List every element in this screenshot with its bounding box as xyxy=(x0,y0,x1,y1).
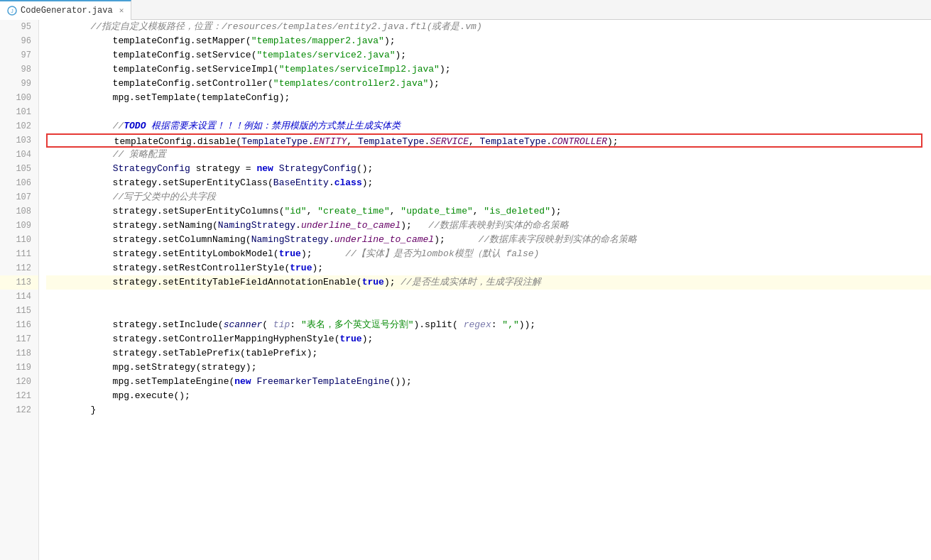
line-num-97: 97 xyxy=(0,48,38,62)
code-line-105: StrategyConfig strategy = new StrategyCo… xyxy=(46,162,931,176)
code-line-99: templateConfig.setController("templates/… xyxy=(46,77,931,91)
code-line-115 xyxy=(46,304,931,318)
code-line-98: templateConfig.setServiceImpl("templates… xyxy=(46,62,931,77)
code-line-108: strategy.setSuperEntityColumns("id", "cr… xyxy=(46,204,931,219)
line-numbers: 95 96 97 98 99 100 101 102 103 104 105 1… xyxy=(0,20,39,560)
code-line-106: strategy.setSuperEntityClass(BaseEntity.… xyxy=(46,176,931,190)
code-line-97: templateConfig.setService("templates/ser… xyxy=(46,48,931,62)
line-num-102: 102 xyxy=(0,119,38,133)
line-num-111: 111 xyxy=(0,247,38,261)
line-num-110: 110 xyxy=(0,233,38,247)
tab-bar: J CodeGenerator.java ✕ xyxy=(0,0,931,20)
java-icon: J xyxy=(7,6,17,16)
code-line-112: strategy.setRestControllerStyle(true); xyxy=(46,261,931,275)
line-num-119: 119 xyxy=(0,361,38,375)
line-num-101: 101 xyxy=(0,105,38,119)
close-icon[interactable]: ✕ xyxy=(119,6,124,15)
code-line-100: mpg.setTemplate(templateConfig); xyxy=(46,91,931,105)
code-line-114 xyxy=(46,290,931,304)
code-line-111: strategy.setEntityLombokModel(true); //【… xyxy=(46,247,931,261)
code-line-103: templateConfig.disable(TemplateType.ENTI… xyxy=(46,133,922,148)
line-num-109: 109 xyxy=(0,219,38,233)
line-num-103: 103 xyxy=(0,133,38,148)
line-num-120: 120 xyxy=(0,375,38,389)
editor-container: 95 96 97 98 99 100 101 102 103 104 105 1… xyxy=(0,20,931,560)
tab-label: CodeGenerator.java xyxy=(21,6,113,16)
line-num-122: 122 xyxy=(0,403,38,417)
code-line-117: strategy.setControllerMappingHyphenStyle… xyxy=(46,332,931,346)
line-num-108: 108 xyxy=(0,204,38,219)
code-line-122: } xyxy=(46,403,931,417)
code-line-101 xyxy=(46,105,931,119)
svg-text:J: J xyxy=(11,9,13,13)
code-line-116: strategy.setInclude(scanner( tip: "表名，多个… xyxy=(46,318,931,332)
line-num-100: 100 xyxy=(0,91,38,105)
line-num-112: 112 xyxy=(0,261,38,275)
line-num-121: 121 xyxy=(0,389,38,403)
code-line-120: mpg.setTemplateEngine(new FreemarkerTemp… xyxy=(46,375,931,389)
code-line-119: mpg.setStrategy(strategy); xyxy=(46,361,931,375)
code-line-113: strategy.setEntityTableFieldAnnotationEn… xyxy=(46,275,931,290)
line-num-106: 106 xyxy=(0,176,38,190)
line-num-117: 117 xyxy=(0,332,38,346)
code-line-110: strategy.setColumnNaming(NamingStrategy.… xyxy=(46,233,931,247)
line-num-116: 116 xyxy=(0,318,38,332)
code-line-109: strategy.setNaming(NamingStrategy.underl… xyxy=(46,219,931,233)
line-num-114: 114 xyxy=(0,290,38,304)
code-line-107: //写于父类中的公共字段 xyxy=(46,190,931,204)
line-num-104: 104 xyxy=(0,148,38,162)
line-num-105: 105 xyxy=(0,162,38,176)
line-num-98: 98 xyxy=(0,62,38,77)
code-line-95: //指定自定义模板路径，位置：/resources/templates/enti… xyxy=(46,20,931,34)
code-line-118: strategy.setTablePrefix(tablePrefix); xyxy=(46,346,931,361)
line-num-95: 95 xyxy=(0,20,38,34)
line-num-107: 107 xyxy=(0,190,38,204)
line-num-96: 96 xyxy=(0,34,38,48)
line-num-113: 113 xyxy=(0,275,38,290)
line-num-99: 99 xyxy=(0,77,38,91)
line-num-118: 118 xyxy=(0,346,38,361)
code-area[interactable]: //指定自定义模板路径，位置：/resources/templates/enti… xyxy=(39,20,931,560)
tab-codegenerator[interactable]: J CodeGenerator.java ✕ xyxy=(0,0,131,20)
code-line-96: templateConfig.setMapper("templates/mapp… xyxy=(46,34,931,48)
code-line-102: //TODO 根据需要来设置！！！例如：禁用模版的方式禁止生成实体类 xyxy=(46,119,931,133)
code-line-104: // 策略配置 xyxy=(46,148,931,162)
code-line-121: mpg.execute(); xyxy=(46,389,931,403)
line-num-115: 115 xyxy=(0,304,38,318)
